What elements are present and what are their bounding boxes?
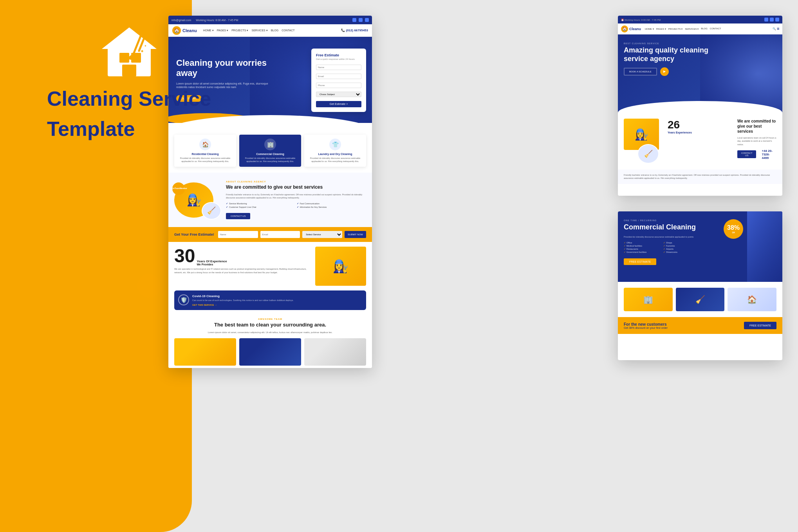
team-grid — [174, 338, 366, 366]
service-text-laundry: Provided do tolerably discourse assuranc… — [307, 157, 364, 163]
nav-blog[interactable]: BLOG — [271, 29, 278, 32]
service-title-commercial: Commercial Cleaning — [242, 153, 299, 155]
right-nav-blog[interactable]: BLOG — [701, 27, 708, 30]
brand-title: Cleaning Service — [47, 88, 211, 110]
estimate-submit-btn[interactable]: Get Estimate > — [316, 101, 361, 107]
years-section: 30 Years Of Experience We Provides We ar… — [168, 242, 372, 290]
right-nav-logo-icon: 🏠 — [621, 25, 628, 32]
lead-name-input[interactable] — [218, 231, 258, 238]
right-nav-links[interactable]: HOME ▾ PAGES ▾ PROJECTS ▾ SERVICES ▾ BLO… — [645, 27, 721, 30]
svg-rect-2 — [119, 53, 129, 63]
team-card-1 — [174, 338, 236, 366]
service-card-laundry: 👕 Laundry and Dry Cleaning Provided do t… — [304, 135, 366, 167]
topbar-hours: Working Hours: 8:00 AM - 7:45 PM — [196, 19, 238, 22]
right-nav-logo: 🏠 Cleanu — [621, 25, 641, 32]
right-nav-contact[interactable]: CONTACT — [710, 27, 721, 30]
team-card-2 — [239, 338, 301, 366]
right-nav-projects[interactable]: PROJECTS ▾ — [668, 27, 683, 30]
right-nav-services[interactable]: SERVICES ▾ — [685, 27, 699, 30]
years-number: 30 — [174, 247, 195, 265]
social-in — [365, 18, 369, 22]
team-section: AWESOME TEAM The best team to clean your… — [168, 310, 372, 368]
about-content: ABOUT CLEANING AGENCY We are committed t… — [226, 180, 366, 219]
estimate-email-input[interactable] — [316, 74, 361, 79]
social-fb — [352, 18, 356, 22]
svg-rect-4 — [122, 65, 136, 76]
about-text: Friendly bachelor entrance to so by. Ext… — [226, 193, 366, 200]
right-nav-home[interactable]: HOME ▾ — [645, 27, 654, 30]
about-feature-2: Fast Communication — [297, 202, 367, 205]
right-social-in — [775, 18, 779, 22]
commercial-hero: 38% Off ONE TIME / RECURRING Commercial … — [618, 211, 782, 282]
covid-link[interactable]: GET THIS SERVICE → — [192, 304, 294, 306]
nav-services[interactable]: SERVICES ▾ — [251, 29, 267, 32]
covid-icon: 🛡️ — [178, 294, 189, 305]
estimate-title: Free Estimate — [316, 53, 361, 57]
right-nav-pages[interactable]: PAGES ▾ — [656, 27, 666, 30]
right-social-tw — [770, 18, 774, 22]
commercial-services-preview: 🏢 🧹 🏠 — [618, 282, 782, 317]
commercial-title: Commercial Cleaning — [624, 223, 702, 232]
right-hero-schedule-btn[interactable]: BOOK A SCHEDULE — [624, 68, 657, 76]
about-feature-3: Customer Support Live Chat — [226, 206, 296, 208]
feature-showrooms: Showrooms — [663, 251, 702, 253]
right-nav-brand: Cleanu — [629, 27, 641, 31]
service-text-residential: Provided do tolerably discourse assuranc… — [177, 157, 234, 163]
commercial-discount-label: Off — [732, 231, 735, 234]
committed-img-area: 👩‍🔧 🧹 — [624, 119, 663, 164]
commercial-promo-btn[interactable]: FREE ESTIMATE — [744, 322, 776, 329]
right-social-fb — [764, 18, 768, 22]
commercial-promo-bar: For the new customers Get 38% discount o… — [618, 317, 782, 334]
social-tw — [359, 18, 363, 22]
about-contact-btn[interactable]: CONTACT US — [226, 213, 250, 219]
estimate-card: Free Estimate Get a quick response withi… — [311, 49, 366, 112]
years-left: 30 Years Of Experience We Provides We ar… — [174, 247, 311, 274]
right-navbar: 🏠 Cleanu HOME ▾ PAGES ▾ PROJECTS ▾ SERVI… — [618, 23, 782, 34]
commercial-mini-2: 🧹 — [676, 288, 725, 311]
topbar: info@gmail.com Working Hours: 8:00 AM - … — [168, 16, 372, 24]
estimate-subject-select[interactable]: Choos Subject — [316, 92, 361, 97]
lead-service-select[interactable]: Select Service — [302, 231, 342, 238]
lead-submit-btn[interactable]: SUBMIT NOW — [345, 231, 366, 238]
committed-more-section: Friendly bachelor entrance to so by. Ext… — [618, 170, 782, 184]
covid-content: Covid-19 Cleaning Can count to be use of… — [192, 294, 294, 306]
team-sub: Lorem ipsum dolor sit amet, consectetur … — [174, 331, 366, 334]
covid-card: 🛡️ Covid-19 Cleaning Can count to be use… — [174, 290, 366, 310]
nav-links[interactable]: HOME ▾ PAGES ▾ PROJECTS ▾ SERVICES ▾ BLO… — [203, 29, 295, 32]
lead-bar: Get Your Free Estimate! Select Service S… — [168, 227, 372, 242]
topbar-social — [352, 18, 369, 22]
mockup-right-bottom: 38% Off ONE TIME / RECURRING Commercial … — [618, 211, 782, 360]
years-image: 👩‍🔧 — [315, 247, 366, 286]
team-card-3 — [304, 338, 366, 366]
committed-contact-btn[interactable]: CONTACT US — [737, 150, 756, 158]
committed-section: 👩‍🔧 🧹 26 Years Experiences We are commit… — [618, 113, 782, 170]
about-label: ABOUT CLEANING AGENCY — [226, 180, 366, 183]
commercial-discount-pct: 38% — [727, 224, 740, 231]
commercial-promo-sub: Get 38% discount on your first order — [624, 326, 668, 329]
committed-overlay-img: 🧹 — [637, 144, 659, 164]
estimate-name-input[interactable] — [316, 65, 361, 70]
covid-text: Can count to be use of such technologies… — [192, 299, 294, 302]
lead-bar-title: Get Your Free Estimate! — [174, 233, 214, 236]
svg-text:✦: ✦ — [140, 49, 144, 54]
topbar-email: info@gmail.com — [172, 19, 191, 22]
committed-more-text: Friendly bachelor entrance to so by. Ext… — [624, 173, 776, 180]
service-text-commercial: Provided do tolerably discourse assuranc… — [242, 157, 299, 163]
lead-email-input[interactable] — [260, 231, 300, 238]
service-title-residential: Residential Cleaning — [177, 153, 234, 155]
feature-office: Office — [624, 242, 663, 244]
brand-subtitle: Template — [47, 118, 211, 140]
commercial-promo-text: For the new customers Get 38% discount o… — [624, 322, 668, 329]
right-nav-phone: 🔍 ☰ — [773, 27, 779, 31]
commercial-estimate-btn[interactable]: FREE ESTIMATE — [624, 258, 656, 265]
nav-projects[interactable]: PROJECTS ▾ — [231, 29, 248, 32]
nav-pages[interactable]: PAGES ▾ — [217, 29, 229, 32]
right-hero-play-btn[interactable]: ▶ — [660, 67, 669, 76]
svg-marker-1 — [102, 27, 157, 49]
nav-contact[interactable]: CONTACT — [282, 29, 294, 32]
committed-right-text: Local operations team on-call 24 hours a… — [737, 136, 776, 146]
committed-right-area: We are committed to give our best servic… — [737, 119, 776, 164]
estimate-phone-input[interactable] — [316, 83, 361, 88]
right-hero: BEST CLEANING SERVICE Amazing quality cl… — [618, 34, 782, 113]
right-hero-label: BEST CLEANING SERVICE — [624, 42, 719, 45]
